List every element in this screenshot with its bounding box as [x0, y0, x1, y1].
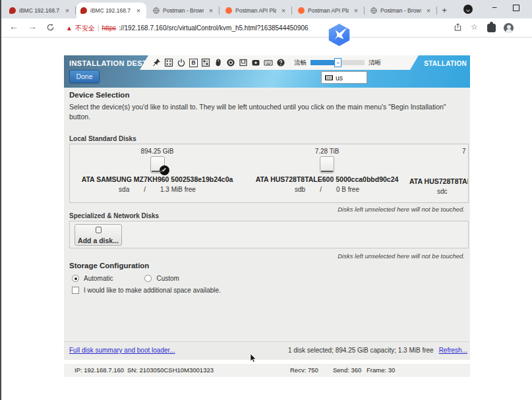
disk-mount: / — [320, 186, 322, 193]
tab-label: Postman - Browse — [163, 7, 204, 14]
disk-size: 894.25 GiB — [70, 148, 245, 155]
disk-free: 1.3 MiB free — [160, 186, 196, 193]
tab-label: iBMC 192.168.7.16 — [90, 7, 131, 14]
radio-label: Custom — [156, 275, 179, 282]
specialized-disks-label: Specialized & Network Disks — [69, 212, 159, 219]
ibmc-favicon — [9, 7, 16, 14]
quality-clear-label: 清晰 — [369, 59, 381, 67]
tab-label: Postman API Platfo — [235, 7, 276, 14]
mount-media-icon[interactable] — [239, 58, 248, 67]
selected-check-icon: ✔ — [160, 165, 169, 175]
status-recv: Recv: 750 — [290, 366, 318, 374]
quality-slider-fill — [310, 60, 337, 65]
disk-dev: sdb — [295, 186, 305, 193]
tab-label: Postman API Platfo — [308, 7, 349, 14]
postman-icon — [298, 7, 305, 14]
add-disk-button[interactable]: Add a disk... — [74, 224, 122, 246]
tab-close-icon[interactable]: × — [63, 7, 71, 14]
mouse-icon[interactable] — [214, 58, 223, 67]
checkbox-icon — [72, 287, 79, 294]
add-disk-label: Add a disk... — [78, 237, 119, 244]
extensions-puzzle-icon[interactable] — [487, 24, 496, 32]
record-icon[interactable] — [226, 58, 235, 67]
power-icon[interactable] — [177, 58, 186, 67]
screen: iBMC 192.168.7.16 × iBMC 192.168.7.16 × … — [0, 0, 532, 400]
tab-close-icon[interactable]: × — [280, 7, 287, 14]
bold-b-icon[interactable]: B — [189, 59, 198, 67]
radio-label: Automatic — [84, 275, 113, 282]
share-icon[interactable] — [454, 23, 462, 32]
virtual-keyboard-icon[interactable] — [264, 58, 273, 67]
address-divider: | — [98, 24, 100, 32]
help-icon[interactable] — [276, 58, 285, 67]
radio-selected-icon — [72, 275, 79, 282]
tab-label: Postman - Browse — [380, 7, 421, 14]
forward-button[interactable]: → — [28, 21, 37, 32]
installer-content: Device Selection Select the device(s) yo… — [64, 88, 470, 360]
mouse-cursor — [250, 354, 258, 363]
tabstrip-extra-button[interactable] — [463, 5, 473, 14]
radio-unselected-icon — [144, 275, 152, 282]
tab-ibmc-2-active[interactable]: iBMC 192.168.7.16 × — [76, 3, 146, 18]
disk-sdc-partial[interactable]: 7 ATA HUS728T8TAL sdc — [409, 144, 469, 202]
tab-close-icon[interactable]: × — [134, 7, 142, 14]
refresh-link[interactable]: Refresh... — [439, 347, 467, 354]
disk-name: ATA HUS728T8TALE600 5000cca0bbd90c24 — [245, 175, 409, 183]
fullscreen-icon[interactable] — [164, 58, 173, 67]
tab-close-icon[interactable]: × — [425, 7, 432, 14]
full-disk-summary-link[interactable]: Full disk summary and boot loader... — [69, 347, 175, 354]
disk-dev: sdc — [437, 188, 448, 195]
browser-tabstrip: iBMC 192.168.7.16 × iBMC 192.168.7.16 × … — [0, 0, 532, 18]
screen-capture-icon[interactable] — [251, 58, 260, 67]
device-selection-title: Device Selection — [69, 91, 129, 99]
url-text[interactable]: ://192.168.7.160/src/virtualControl/kvm_… — [119, 24, 308, 32]
back-button[interactable]: ← — [9, 21, 18, 32]
radio-automatic[interactable]: Automatic — [72, 275, 113, 282]
keyboard-layout-value: us — [336, 74, 343, 82]
quality-slider-thumb[interactable]: ≡ — [334, 58, 341, 67]
postman-icon — [225, 7, 232, 14]
installer-bottom-bar: Full disk summary and boot loader... 1 d… — [64, 341, 470, 360]
disk-sdb[interactable]: 7.28 TiB ATA HUS728T8TALE600 5000cca0bbd… — [245, 144, 409, 202]
quality-smooth-label: 流畅 — [294, 59, 307, 67]
description-line1: Select the device(s) you'd like to insta… — [69, 103, 446, 111]
disk-size: 7.28 TiB — [245, 148, 409, 155]
tab-ibmc-1[interactable]: iBMC 192.168.7.16 × — [5, 3, 75, 18]
warning-triangle-icon: ▲ — [66, 24, 73, 32]
disk-icon: ✔ — [150, 156, 165, 173]
reload-icon[interactable] — [46, 23, 55, 32]
tab-close-icon[interactable]: × — [352, 7, 360, 14]
video-quality-slider-group: 流畅 ≡ 清晰 — [294, 59, 381, 67]
disk-size: 7 — [409, 148, 469, 155]
status-ip: IP: 192.168.7.160 — [74, 366, 124, 374]
additional-space-checkbox[interactable]: I would like to make additional space av… — [72, 287, 221, 294]
keyboard-icon — [325, 75, 333, 80]
disk-sda[interactable]: 894.25 GiB ✔ ATA SAMSUNG MZ7KH960 500253… — [70, 144, 245, 202]
tab-close-icon[interactable]: × — [207, 7, 215, 14]
tab-postman-browse-1[interactable]: Postman - Browse × — [149, 3, 219, 18]
tab-postman-api-2[interactable]: Postman API Platfo × — [294, 3, 364, 18]
window-maximize-button[interactable] — [513, 5, 519, 11]
kvm-remote-screen: INSTALLATION DESTINATION STALLATION Done… — [64, 55, 470, 360]
disk-name: ATA SAMSUNG MZ7KH960 5002538e19b24c0a — [70, 175, 245, 183]
bookmark-star-icon[interactable]: ☆ — [471, 22, 478, 32]
unselected-note: Disks left unselected here will not be t… — [69, 252, 465, 260]
pin-icon[interactable] — [152, 58, 161, 67]
profile-avatar[interactable] — [504, 23, 514, 33]
disk-icon — [96, 227, 102, 233]
tab-postman-api-1[interactable]: Postman API Platfo × — [222, 3, 291, 18]
radio-custom[interactable]: Custom — [144, 275, 179, 282]
address-bar[interactable]: ▲ 不安全 | https ://192.168.7.160/src/virtu… — [66, 22, 309, 34]
storage-configuration-title: Storage Configuration — [69, 262, 149, 270]
security-warning-label[interactable]: 不安全 — [75, 24, 95, 33]
window-minimize-button[interactable]: – — [489, 3, 500, 13]
done-button[interactable]: Done — [69, 70, 100, 83]
local-disks-label: Local Standard Disks — [69, 135, 136, 142]
quality-slider-track[interactable]: ≡ — [310, 60, 365, 65]
new-tab-button[interactable]: + — [438, 4, 451, 17]
globe-icon — [370, 7, 377, 14]
status-send: Send: 360 — [333, 366, 361, 374]
tab-postman-browse-2[interactable]: Postman - Browse × — [367, 3, 436, 18]
keyboard-layout-selector[interactable]: us — [321, 71, 367, 84]
combo-keys-icon[interactable] — [201, 58, 210, 67]
